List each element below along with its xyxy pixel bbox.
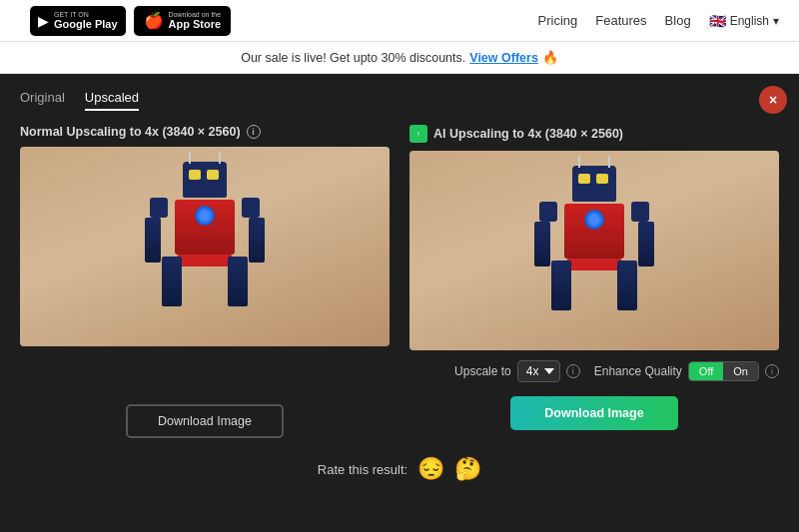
comparison-panels: Normal Upscaling to 4x (3840 × 2560) i [20, 125, 779, 438]
robot-figure-left [140, 162, 270, 331]
robot-body-left [175, 200, 235, 255]
tab-upscaled[interactable]: Upscaled [85, 90, 139, 111]
features-link[interactable]: Features [595, 13, 646, 28]
language-selector[interactable]: 🇬🇧 English ▾ [709, 13, 779, 29]
download-on-text: Download on the [169, 11, 222, 18]
robot-waist-left [178, 255, 233, 266]
rating-bar: Rate this result: 😔 🤔 [20, 456, 779, 482]
get-it-on-text: GET IT ON [54, 11, 118, 18]
right-image-container [409, 151, 779, 350]
controls-bar: Upscale to 4x 2x 1x i Enhance Quality Of… [409, 360, 779, 382]
left-image-container [20, 147, 390, 346]
antenna-left [189, 152, 191, 164]
robot-arm-left [145, 218, 161, 263]
app-store-name: App Store [169, 18, 222, 30]
robot-leg-left-r [551, 261, 571, 310]
left-panel-title-text: Normal Upscaling to 4x (3840 × 2560) [20, 125, 241, 139]
robot-shoulder-left-r [539, 202, 557, 222]
left-download-button[interactable]: Download Image [126, 404, 284, 438]
robot-leg-left [162, 257, 182, 306]
antenna-right [219, 152, 221, 164]
robot-head-left [183, 162, 227, 198]
chevron-down-icon: ▾ [773, 14, 779, 28]
robot-body-right [564, 204, 624, 259]
language-label: English [730, 14, 769, 28]
google-play-name: Google Play [54, 18, 118, 30]
left-download-area: Download Image [20, 404, 390, 438]
ai-upscale-icon: ↑ [409, 125, 427, 143]
fire-emoji: 🔥 [542, 50, 558, 65]
antenna-right-left [578, 156, 580, 168]
right-download-button[interactable]: Download Image [510, 396, 677, 430]
right-download-area: Download Image [409, 396, 779, 430]
sad-emoji-button[interactable]: 😔 [417, 456, 444, 482]
store-badges: ▶ GET IT ON Google Play 🍎 Download on th… [30, 6, 231, 36]
tab-original[interactable]: Original [20, 90, 65, 111]
toggle-off-button[interactable]: Off [689, 362, 723, 380]
robot-leg-right-r [617, 261, 637, 310]
promo-text: Our sale is live! Get upto 30% discounts… [241, 51, 465, 65]
promo-bar: Our sale is live! Get upto 30% discounts… [0, 42, 799, 74]
robot-figure-right [529, 166, 659, 335]
left-robot-image [20, 147, 390, 346]
flag-icon: 🇬🇧 [709, 13, 726, 29]
toggle-on-button[interactable]: On [723, 362, 758, 380]
apple-icon: 🍎 [144, 11, 164, 30]
enhance-control: Enhance Quality Off On i [594, 361, 779, 381]
upscale-select[interactable]: 4x 2x 1x [517, 360, 560, 382]
app-store-badge[interactable]: 🍎 Download on the App Store [134, 6, 232, 36]
upscale-control: Upscale to 4x 2x 1x i [454, 360, 580, 382]
blog-link[interactable]: Blog [665, 13, 691, 28]
main-content: × Original Upscaled Normal Upscaling to … [0, 74, 799, 532]
robot-shoulder-left [150, 198, 168, 218]
left-panel: Normal Upscaling to 4x (3840 × 2560) i [20, 125, 390, 438]
robot-arm-right-r [638, 222, 654, 266]
view-offers-link[interactable]: View Offers [469, 51, 538, 65]
robot-waist-right [567, 259, 622, 270]
navbar: ▶ GET IT ON Google Play 🍎 Download on th… [0, 0, 799, 42]
right-robot-image [409, 151, 779, 350]
google-play-badge[interactable]: ▶ GET IT ON Google Play [30, 6, 126, 36]
enhance-info-icon[interactable]: i [765, 364, 779, 378]
robot-leg-right [228, 257, 248, 306]
upscale-label: Upscale to [454, 364, 511, 378]
robot-head-right [572, 166, 616, 202]
enhance-label: Enhance Quality [594, 364, 682, 378]
tabs: Original Upscaled [20, 90, 779, 111]
upscale-info-icon[interactable]: i [566, 364, 580, 378]
antenna-right-right [608, 156, 610, 168]
robot-shoulder-right [242, 198, 260, 218]
close-button[interactable]: × [759, 86, 787, 114]
robot-arm-left-r [534, 222, 550, 266]
play-icon: ▶ [38, 13, 49, 29]
enhance-toggle: Off On [688, 361, 759, 381]
robot-shoulder-right-r [631, 202, 649, 222]
neutral-emoji-button[interactable]: 🤔 [454, 456, 481, 482]
robot-arm-right [249, 218, 265, 263]
rating-label: Rate this result: [318, 462, 407, 477]
right-panel: ↑ AI Upscaling to 4x (3840 × 2560) [409, 125, 779, 438]
right-panel-title: ↑ AI Upscaling to 4x (3840 × 2560) [409, 125, 779, 143]
left-panel-title: Normal Upscaling to 4x (3840 × 2560) i [20, 125, 390, 139]
pricing-link[interactable]: Pricing [538, 13, 578, 28]
right-panel-title-text: AI Upscaling to 4x (3840 × 2560) [433, 127, 623, 141]
left-panel-info-icon[interactable]: i [247, 125, 261, 139]
